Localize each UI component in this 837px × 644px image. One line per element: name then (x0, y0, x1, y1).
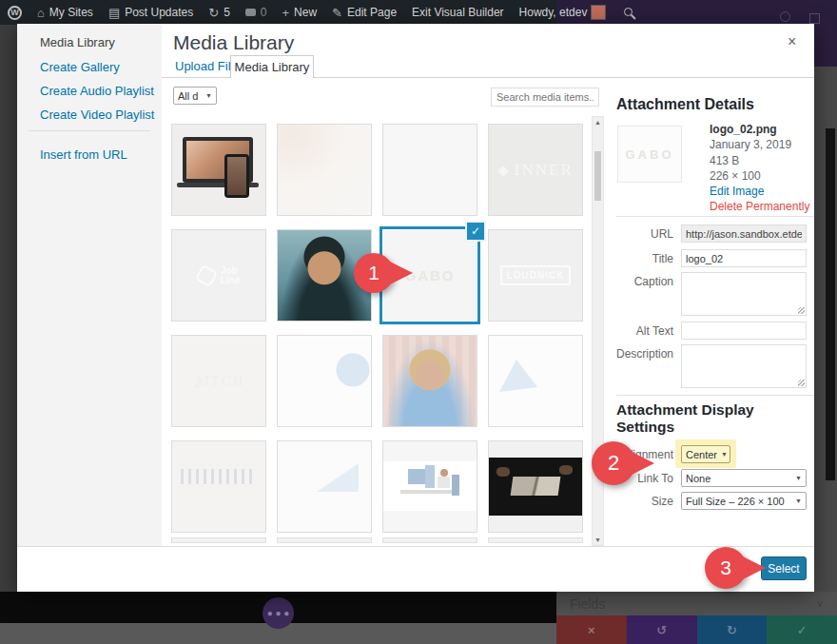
caret-down-icon: ▼ (791, 498, 802, 504)
media-item-circle-graphic[interactable] (277, 335, 372, 427)
undo-button[interactable]: ↺ (627, 615, 697, 644)
attachment-filename: logo_02.png (710, 122, 809, 137)
edit-image-link[interactable]: Edit Image (710, 184, 809, 199)
attachment-thumbnail: GABO (617, 126, 682, 183)
edit-page-menu[interactable]: ✎ Edit Page (324, 0, 404, 25)
media-item-jobline-logo[interactable]: Job Line (171, 229, 266, 322)
search-icon[interactable] (624, 8, 633, 16)
diamond-icon: ◆ (497, 162, 509, 179)
post-updates-menu[interactable]: ▤ Post Updates (101, 0, 201, 25)
desk-art (383, 461, 477, 511)
confirm-check-button[interactable]: ✓ (767, 615, 837, 644)
size-select[interactable]: Full Size – 226 × 100 ▼ (681, 492, 807, 510)
media-item-pitch-logo[interactable]: ♪ ITCH (171, 335, 266, 427)
updates-count: 5 (224, 6, 230, 19)
exit-visual-builder-link[interactable]: Exit Visual Builder (404, 0, 512, 25)
alt-text-label: Alt Text (550, 324, 673, 338)
sidebar-item-create-gallery[interactable]: Create Gallery (40, 60, 120, 74)
caret-down-icon: ▼ (717, 451, 728, 458)
check-icon: ✓ (471, 224, 480, 238)
wordpress-menu[interactable]: W (0, 0, 29, 25)
selected-check-badge[interactable]: ✓ (465, 221, 486, 242)
media-filter-select[interactable]: All d ▼ (173, 87, 217, 105)
media-item-partial[interactable] (488, 537, 583, 543)
delete-permanently-link[interactable]: Delete Permanently (710, 199, 809, 214)
ads-heading-line1: Attachment Display (616, 401, 754, 419)
attachment-date: January 3, 2019 (710, 137, 809, 152)
fields-section-header[interactable]: Fields ∨ (556, 592, 837, 615)
inner-logo-art: ◆ INNER (488, 124, 583, 216)
search-input[interactable] (491, 88, 599, 107)
watermark-jobline-bottom: Line (221, 275, 241, 285)
media-item-faint-text[interactable] (171, 440, 266, 533)
dimmed-left-strip (0, 25, 17, 592)
media-item-woman-photo[interactable] (382, 335, 477, 427)
url-field[interactable] (681, 224, 807, 243)
media-item-partial[interactable] (171, 537, 266, 543)
updates-menu[interactable]: ↻ 5 (201, 0, 238, 25)
comments-count: 0 (261, 6, 267, 19)
size-value: Full Size – 226 × 100 (686, 496, 785, 507)
exit-visual-builder-label: Exit Visual Builder (412, 6, 504, 19)
media-item-partial[interactable] (277, 537, 372, 543)
sidebar-divider (29, 130, 150, 131)
scrollbar-down-arrow[interactable]: ▼ (593, 537, 603, 543)
new-label: New (294, 6, 317, 19)
modal-sidebar: Media Library Create Gallery Create Audi… (17, 24, 162, 592)
caption-field[interactable] (681, 272, 807, 316)
help-icon[interactable] (780, 11, 790, 22)
attachment-details-heading: Attachment Details (616, 96, 754, 113)
new-menu[interactable]: + New (275, 0, 325, 25)
title-label: Title (550, 252, 673, 265)
link-to-select[interactable]: None ▼ (681, 469, 807, 487)
person-head-art (440, 469, 448, 477)
dimmed-panel-edge (826, 128, 835, 480)
cancel-x-button[interactable]: × (556, 615, 627, 644)
media-item-desk-illustration[interactable] (382, 440, 477, 533)
dimmed-right-strip (814, 67, 837, 592)
sidebar-item-insert-from-url[interactable]: Insert from URL (40, 147, 127, 162)
my-sites-menu[interactable]: ⌂ My Sites (29, 0, 101, 25)
window-icon[interactable] (809, 13, 820, 24)
chair-art (452, 475, 459, 496)
caret-down-icon: ▼ (202, 92, 212, 99)
close-icon[interactable]: × (788, 33, 796, 50)
link-to-value: None (686, 473, 710, 484)
builder-options-button[interactable]: ● ● ● (263, 597, 294, 629)
monitor2-art (425, 465, 435, 488)
annotation-step-2: 2 (592, 441, 635, 485)
attachment-filesize: 413 B (710, 153, 809, 168)
scrollbar-thumb[interactable] (594, 151, 601, 201)
attachment-thumbnail-logo: GABO (626, 147, 674, 162)
scrollbar-up-arrow[interactable]: ▲ (593, 119, 603, 126)
redo-button[interactable]: ↻ (697, 615, 768, 644)
description-field[interactable] (681, 344, 807, 388)
media-item-light-2[interactable] (382, 124, 477, 216)
media-item-laptop-photo[interactable] (171, 124, 266, 216)
watermark-pitch: ITCH (204, 373, 245, 389)
fields-label: Fields (570, 596, 605, 612)
alignment-select[interactable]: Center ▼ (681, 445, 730, 463)
title-field[interactable] (681, 249, 807, 267)
howdy-menu[interactable]: Howdy, etdev (512, 0, 613, 25)
admin-bar: W ⌂ My Sites ▤ Post Updates ↻ 5 0 + New … (0, 0, 556, 25)
alignment-value: Center (686, 449, 717, 460)
tab-media-library[interactable]: Media Library (230, 55, 314, 78)
select-button[interactable]: Select (761, 556, 807, 580)
sidebar-item-create-audio-playlist[interactable]: Create Audio Playlist (40, 84, 154, 98)
media-item-light-1[interactable] (277, 124, 372, 216)
chevron-down-icon: ∨ (816, 597, 824, 610)
fields-section: Fields ∨ × ↺ ↻ ✓ (556, 592, 837, 644)
media-library-modal: Media Library Create Gallery Create Audi… (17, 24, 814, 592)
annotation-step-1: 1 (354, 253, 394, 293)
media-item-inner-logo[interactable]: ◆ INNER (488, 124, 583, 216)
my-sites-icon: ⌂ (37, 6, 45, 20)
comments-menu[interactable]: 0 (238, 0, 275, 25)
media-item-partial[interactable] (382, 537, 477, 543)
post-updates-icon: ▤ (108, 6, 120, 20)
media-item-wedge-graphic[interactable] (277, 440, 372, 533)
sidebar-item-create-video-playlist[interactable]: Create Video Playlist (40, 107, 154, 122)
sidebar-item-media-library[interactable]: Media Library (40, 35, 115, 49)
alt-text-field[interactable] (681, 322, 807, 340)
attachment-display-settings-heading: Attachment Display Settings (616, 401, 754, 435)
